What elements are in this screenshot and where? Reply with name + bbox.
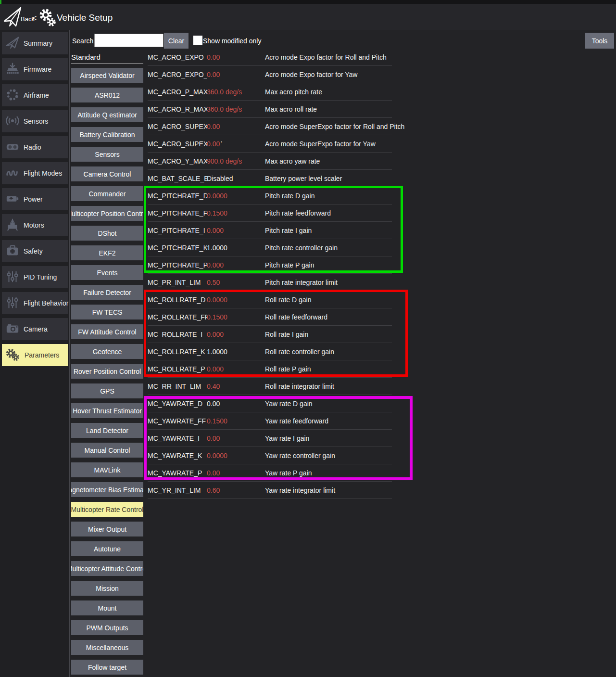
tools-button[interactable]: Tools <box>585 33 614 49</box>
parameter-row-mc-pr-int-lim[interactable]: MC_PR_INT_LIM0.50Pitch rate integrator l… <box>148 274 392 291</box>
parameter-name: MC_PITCHRATE_FF <box>148 209 212 217</box>
category-button-manual-control[interactable]: Manual Control <box>71 443 143 458</box>
parameter-name: MC_ROLLRATE_P <box>148 365 205 373</box>
airframe-icon <box>5 88 20 103</box>
window-top-strip <box>0 0 616 4</box>
parameter-row-mc-yawrate-k[interactable]: MC_YAWRATE_K0.0000Yaw rate controller ga… <box>148 447 392 464</box>
parameter-row-mc-yawrate-ff[interactable]: MC_YAWRATE_FF0.1500Yaw rate feedforward <box>148 412 392 430</box>
parameter-row-mc-bat-scale-en[interactable]: MC_BAT_SCALE_ENDisabledBattery power lev… <box>148 170 392 187</box>
parameter-row-mc-acro-r-max[interactable]: MC_ACRO_R_MAX360.0 deg/sMax acro roll ra… <box>148 101 392 118</box>
category-button-mixer-output[interactable]: Mixer Output <box>71 522 143 536</box>
sidebar-item-power[interactable]: Power <box>2 188 68 210</box>
category-button-miscellaneous[interactable]: Miscellaneous <box>71 640 143 655</box>
show-modified-only-label: Show modified only <box>203 37 261 45</box>
parameter-description: Yaw rate D gain <box>265 400 313 408</box>
motors-icon <box>5 217 20 233</box>
category-button-gps[interactable]: GPS <box>71 383 143 398</box>
sidebar-item-label: Power <box>24 195 43 203</box>
sidebar-item-label: Radio <box>24 143 41 151</box>
parameter-row-mc-acro-expo-y[interactable]: MC_ACRO_EXPO_Y0.00Acro mode Expo factor … <box>148 66 392 83</box>
category-button-geofence[interactable]: Geofence <box>71 344 143 359</box>
parameter-row-mc-pitchrate-i[interactable]: MC_PITCHRATE_I0.000Pitch rate I gain <box>148 222 392 239</box>
parameter-value: 0.40 <box>207 383 221 390</box>
parameter-value: 0.000 <box>207 331 225 338</box>
parameter-row-mc-acro-supexpoy[interactable]: MC_ACRO_SUPEXPOY0.00Acro mode SuperExpo … <box>148 135 392 153</box>
category-button-pwm-outputs[interactable]: PWM Outputs <box>71 620 143 635</box>
sidebar-item-radio[interactable]: Radio <box>2 136 68 158</box>
parameters-icon <box>5 347 21 363</box>
parameter-row-mc-pitchrate-d[interactable]: MC_PITCHRATE_D0.0000Pitch rate D gain <box>148 187 392 204</box>
parameter-value: 0.0000 <box>207 192 229 200</box>
sidebar-item-airframe[interactable]: Airframe <box>2 84 68 106</box>
parameter-row-mc-rollrate-d[interactable]: MC_ROLLRATE_D0.0000Roll rate D gain <box>148 291 392 308</box>
parameter-row-mc-yawrate-p[interactable]: MC_YAWRATE_P0.00Yaw rate P gain <box>148 464 392 482</box>
category-group-header: Standard <box>71 53 143 61</box>
category-button-fw-attitude-control[interactable]: FW Attitude Control <box>71 324 143 339</box>
parameter-name: MC_PITCHRATE_P <box>148 261 208 269</box>
category-button-multicopter-attitude-control[interactable]: Multicopter Attitude Control <box>71 561 143 576</box>
sidebar-item-label: Parameters <box>25 351 59 359</box>
sidebar-item-motors[interactable]: Motors <box>2 214 68 236</box>
sidebar-item-summary[interactable]: Summary <box>2 32 68 54</box>
parameter-name: MC_PITCHRATE_I <box>148 227 205 234</box>
category-button-dshot[interactable]: DShot <box>71 226 143 241</box>
category-button-failure-detector[interactable]: Failure Detector <box>71 285 143 300</box>
category-button-multicopter-rate-control[interactable]: Multicopter Rate Control <box>71 502 143 517</box>
pid-tuning-icon <box>5 269 20 285</box>
sensors-icon <box>5 114 20 129</box>
parameter-row-mc-pitchrate-k[interactable]: MC_PITCHRATE_K1.0000Pitch rate controlle… <box>148 239 392 256</box>
sidebar-item-camera[interactable]: Camera <box>2 318 68 340</box>
sidebar-item-flight-modes[interactable]: Flight Modes <box>2 162 68 184</box>
parameter-row-mc-yawrate-i[interactable]: MC_YAWRATE_I0.00Yaw rate I gain <box>148 430 392 447</box>
parameter-row-mc-yr-int-lim[interactable]: MC_YR_INT_LIM0.60Yaw rate integrator lim… <box>148 482 392 499</box>
clear-search-button[interactable]: Clear <box>164 33 189 49</box>
qgc-paper-plane-logo[interactable] <box>3 5 23 31</box>
parameter-row-mc-rr-int-lim[interactable]: MC_RR_INT_LIM0.40Roll rate integrator li… <box>148 378 392 395</box>
category-button-events[interactable]: Events <box>71 265 143 280</box>
category-button-attitude-q-estimator[interactable]: Attitude Q estimator <box>71 107 143 122</box>
parameter-row-mc-rollrate-p[interactable]: MC_ROLLRATE_P0.000Roll rate P gain <box>148 360 392 378</box>
parameter-row-mc-rollrate-ff[interactable]: MC_ROLLRATE_FF0.1500Roll rate feedforwar… <box>148 308 392 326</box>
parameter-value: 1.0000 <box>207 244 229 252</box>
sidebar-item-pid-tuning[interactable]: PID Tuning <box>2 266 68 288</box>
parameter-description: Roll rate integrator limit <box>265 383 334 390</box>
category-button-ekf2[interactable]: EKF2 <box>71 245 143 260</box>
parameter-row-mc-acro-supexpo[interactable]: MC_ACRO_SUPEXPO0.00Acro mode SuperExpo f… <box>148 118 392 135</box>
category-button-hover-thrust-estimator[interactable]: Hover Thrust Estimator <box>71 403 143 418</box>
category-button-autotune[interactable]: Autotune <box>71 541 143 556</box>
sidebar-item-safety[interactable]: Safety <box>2 240 68 262</box>
category-button-asr012[interactable]: ASR012 <box>71 88 143 102</box>
sidebar-item-parameters[interactable]: Parameters <box>2 344 68 366</box>
sidebar-item-sensors[interactable]: Sensors <box>2 110 68 132</box>
parameter-description: Roll rate P gain <box>265 365 311 373</box>
category-button-airspeed-validator[interactable]: Airspeed Validator <box>71 68 143 83</box>
category-button-follow-target[interactable]: Follow target <box>71 660 143 675</box>
parameter-description: Yaw rate controller gain <box>265 452 335 460</box>
category-button-fw-tecs[interactable]: FW TECS <box>71 305 143 319</box>
sidebar-item-flight-behavior[interactable]: Flight Behavior <box>2 292 68 314</box>
search-input[interactable] <box>94 34 163 47</box>
parameter-row-mc-rollrate-i[interactable]: MC_ROLLRATE_I0.000Roll rate I gain <box>148 326 392 343</box>
parameter-row-mc-rollrate-k[interactable]: MC_ROLLRATE_K1.0000Roll rate controller … <box>148 343 392 360</box>
category-button-mount[interactable]: Mount <box>71 600 143 615</box>
category-button-mavlink[interactable]: MAVLink <box>71 462 143 477</box>
parameter-row-mc-acro-y-max[interactable]: MC_ACRO_Y_MAX900.0 deg/sMax acro yaw rat… <box>148 153 392 170</box>
sidebar-item-firmware[interactable]: Firmware <box>2 58 68 80</box>
category-button-multicopter-position-control[interactable]: Multicopter Position Control <box>71 206 143 221</box>
category-button-sensors[interactable]: Sensors <box>71 147 143 162</box>
category-button-commander[interactable]: Commander <box>71 186 143 201</box>
parameter-row-mc-pitchrate-p[interactable]: MC_PITCHRATE_P0.000Pitch rate P gain <box>148 256 392 274</box>
show-modified-only-checkbox[interactable] <box>193 36 202 45</box>
parameter-row-mc-pitchrate-ff[interactable]: MC_PITCHRATE_FF0.1500Pitch rate feedforw… <box>148 204 392 222</box>
category-button-camera-control[interactable]: Camera Control <box>71 166 143 181</box>
category-button-land-detector[interactable]: Land Detector <box>71 423 143 438</box>
parameter-row-mc-acro-expo[interactable]: MC_ACRO_EXPO0.00Acro mode Expo factor fo… <box>148 49 392 66</box>
parameter-name: MC_ACRO_P_MAX <box>148 88 208 96</box>
category-button-battery-calibration[interactable]: Battery Calibration <box>71 127 143 142</box>
breadcrumb-chevron: < <box>32 14 37 23</box>
category-button-magnetometer-bias-estimator[interactable]: Magnetometer Bias Estimator <box>71 482 143 497</box>
category-button-mission[interactable]: Mission <box>71 581 143 596</box>
category-button-rover-position-control[interactable]: Rover Position Control <box>71 364 143 379</box>
parameter-row-mc-yawrate-d[interactable]: MC_YAWRATE_D0.00Yaw rate D gain <box>148 395 392 412</box>
parameter-row-mc-acro-p-max[interactable]: MC_ACRO_P_MAX360.0 deg/sMax acro pitch r… <box>148 83 392 101</box>
